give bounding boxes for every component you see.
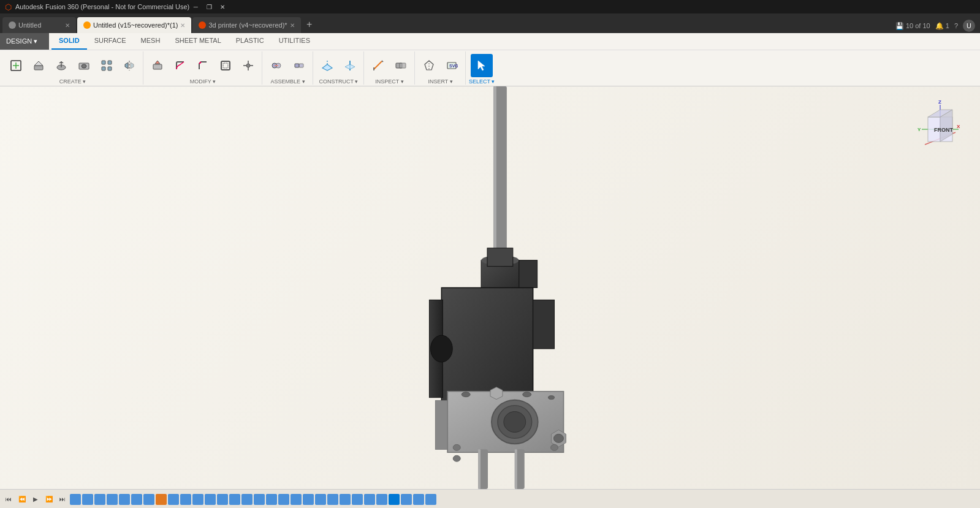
timeline-item-3[interactable]: [107, 494, 118, 505]
select-label[interactable]: SELECT ▾: [469, 78, 495, 85]
shell-button[interactable]: [215, 54, 237, 77]
view-cube[interactable]: FRONT Z X Y: [913, 99, 968, 154]
timeline-item-28[interactable]: [413, 494, 424, 505]
toolbar-section-assemble: ASSEMBLE ▾: [263, 51, 313, 85]
timeline-item-11[interactable]: [205, 494, 216, 505]
revolve-button[interactable]: [50, 54, 72, 77]
timeline-item-19[interactable]: [303, 494, 314, 505]
svg-rect-18: [221, 61, 230, 70]
joint-button[interactable]: [265, 54, 287, 77]
construct-label[interactable]: CONSTRUCT ▾: [319, 78, 359, 85]
timeline-item-27[interactable]: [401, 494, 412, 505]
tab-close-recovered1[interactable]: ✕: [180, 22, 185, 29]
tab-close-untitled[interactable]: ✕: [65, 22, 70, 29]
svg-rect-49: [441, 288, 533, 404]
create-label[interactable]: CREATE ▾: [59, 78, 86, 85]
tab-utilities[interactable]: UTILITIES: [272, 32, 317, 50]
tab-close-3dprinter[interactable]: ✕: [290, 22, 295, 29]
interference-button[interactable]: [390, 54, 412, 77]
pattern-icon: [101, 59, 113, 72]
history-count[interactable]: 💾 10 of 10: [895, 22, 930, 30]
timeline-item-17[interactable]: [278, 494, 289, 505]
tab-3dprinter[interactable]: 3d printer (v4~recovered)* ✕: [192, 17, 300, 33]
insert-mesh-button[interactable]: [418, 54, 440, 77]
timeline-item-0[interactable]: [70, 494, 81, 505]
timeline-item-25[interactable]: [376, 494, 387, 505]
svg-point-20: [246, 64, 250, 67]
tab-plastic[interactable]: PLASTIC: [229, 32, 272, 50]
chamfer-button[interactable]: [192, 54, 214, 77]
extrude-button[interactable]: [28, 54, 50, 77]
help-icon[interactable]: ?: [954, 22, 958, 29]
tab-surface[interactable]: SURFACE: [87, 32, 134, 50]
timeline-next-button[interactable]: ⏩: [43, 493, 55, 506]
assemble-label[interactable]: ASSEMBLE ▾: [270, 78, 305, 85]
timeline-item-5[interactable]: [131, 494, 142, 505]
timeline-item-7[interactable]: [156, 494, 167, 505]
axis-button[interactable]: [339, 54, 361, 77]
timeline-end-button[interactable]: ⏭: [56, 493, 69, 506]
modify-label[interactable]: MODIFY ▾: [190, 78, 216, 85]
svg-rect-9: [108, 61, 112, 64]
window-controls: ─ ❐ ✕: [189, 2, 229, 12]
minimize-button[interactable]: ─: [189, 2, 202, 12]
design-dropdown[interactable]: DESIGN ▾: [0, 33, 49, 50]
joint2-button[interactable]: [288, 54, 310, 77]
move-button[interactable]: [237, 54, 259, 77]
select-button[interactable]: [471, 54, 493, 77]
tab-untitled[interactable]: Untitled ✕: [2, 17, 76, 33]
tab-mesh[interactable]: MESH: [134, 32, 168, 50]
notifications-icon[interactable]: 🔔 1: [935, 22, 949, 30]
timeline-item-29[interactable]: [425, 494, 436, 505]
tab-sheet-metal[interactable]: SHEET METAL: [167, 32, 228, 50]
timeline-item-26[interactable]: [389, 494, 400, 505]
timeline-play-button[interactable]: ▶: [29, 493, 42, 506]
measure-button[interactable]: [367, 54, 389, 77]
3d-model: [0, 86, 980, 489]
insert-svg-button[interactable]: SVG: [441, 54, 463, 77]
fillet-button[interactable]: [169, 54, 191, 77]
timeline-item-4[interactable]: [119, 494, 130, 505]
close-button[interactable]: ✕: [216, 2, 229, 12]
timeline-item-12[interactable]: [217, 494, 228, 505]
timeline-item-9[interactable]: [180, 494, 191, 505]
timeline-item-2[interactable]: [94, 494, 105, 505]
timeline-item-23[interactable]: [352, 494, 363, 505]
timeline-item-1[interactable]: [82, 494, 93, 505]
timeline-item-10[interactable]: [192, 494, 203, 505]
timeline-item-16[interactable]: [266, 494, 277, 505]
timeline-item-22[interactable]: [340, 494, 351, 505]
timeline-item-24[interactable]: [364, 494, 375, 505]
new-component-button[interactable]: [5, 54, 27, 77]
inspect-label[interactable]: INSPECT ▾: [375, 78, 403, 85]
timeline-item-14[interactable]: [241, 494, 253, 505]
toolbar-section-construct: CONSTRUCT ▾: [314, 51, 364, 85]
press-pull-button[interactable]: [146, 54, 169, 77]
mirror-button[interactable]: [118, 54, 140, 77]
restore-button[interactable]: ❐: [203, 2, 215, 12]
hole-button[interactable]: [73, 54, 95, 77]
add-tab-button[interactable]: +: [302, 17, 317, 32]
svg-rect-72: [515, 449, 517, 489]
timeline-item-8[interactable]: [168, 494, 179, 505]
timeline-item-21[interactable]: [327, 494, 338, 505]
insert-label[interactable]: INSERT ▾: [428, 78, 452, 85]
svg-marker-30: [322, 64, 332, 70]
timeline-item-15[interactable]: [254, 494, 265, 505]
pattern-button[interactable]: [96, 54, 118, 77]
timeline-item-6[interactable]: [143, 494, 154, 505]
svg-rect-11: [108, 67, 112, 70]
svg-line-17: [199, 62, 201, 64]
svg-rect-15: [153, 64, 162, 69]
tab-solid[interactable]: SOLID: [51, 32, 87, 50]
timeline-start-button[interactable]: ⏮: [2, 493, 15, 506]
user-avatar[interactable]: U: [963, 20, 975, 32]
timeline-prev-button[interactable]: ⏪: [16, 493, 28, 506]
tab-recovered1[interactable]: Untitled (v15~recovered)*(1) ✕: [77, 17, 191, 33]
viewport[interactable]: FRONT Z X Y: [0, 86, 980, 489]
timeline-item-13[interactable]: [229, 494, 240, 505]
timeline-item-18[interactable]: [291, 494, 302, 505]
plane-button[interactable]: [316, 54, 338, 77]
main-area: FRONT Z X Y ⏮ ⏪ ▶ ⏩ ⏭: [0, 86, 980, 508]
timeline-item-20[interactable]: [315, 494, 326, 505]
